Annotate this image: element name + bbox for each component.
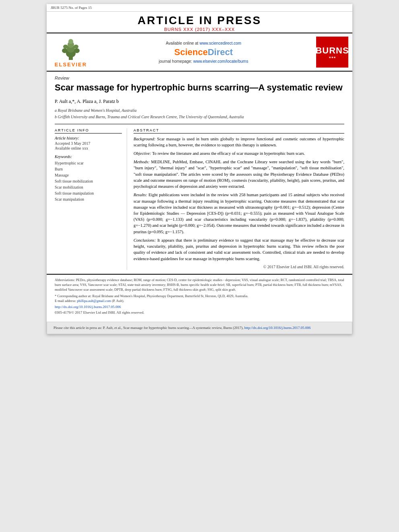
svg-point-8 [74,45,78,49]
results-label: Results: [134,193,147,197]
email-suffix: (P. Ault). [112,299,124,303]
corresponding-author: * Corresponding author at: Royal Brisban… [55,294,344,299]
objective-text: To review the literature and assess the … [152,151,305,156]
background-label: Background: [134,137,155,141]
header-section: ELSEVIER Available online at www.science… [47,33,352,72]
header-middle: Available online at www.sciencedirect.co… [95,37,312,68]
abbreviations: Abbreviations: PEDro, physiotherapy evid… [55,278,344,292]
email-label: E-mail address: [55,299,76,303]
keywords-list: Hypertrophic scar Burn Massage Soft tiss… [55,160,122,202]
section-divider [55,124,344,124]
journal-ref-banner: BURNS XXX (2017) XXX–XXX [47,27,352,32]
article-title: Scar massage for hypertrophic burns scar… [55,82,344,94]
two-col: ARTICLE INFO Article history: Accepted 3… [55,128,344,270]
cite-text: Please cite this article in press as: P.… [53,326,243,330]
cite-doi-link[interactable]: http://dx.doi.org/10.1016/j.burns.2017.0… [245,326,311,330]
main-content: Review Scar massage for hypertrophic bur… [47,72,352,274]
sciencedirect-science: Science [174,47,208,57]
objective-label: Objective: [134,151,151,156]
abstract-results: Results: Eight publications were include… [134,192,344,235]
history-label: Article history: [55,136,122,140]
methods-label: Methods: [134,160,150,164]
abstract-col: ABSTRACT Background: Scar massage is use… [134,128,344,270]
keyword-1: Burn [55,166,122,172]
review-label: Review [55,76,344,80]
keyword-4: Scar mobilization [55,184,122,190]
burns-logo-box: BURNS ■ ■ ■ [316,37,348,68]
abstract-methods: Methods: MEDLINE, PubMed, Embase, CINAHL… [134,159,344,189]
conclusions-text: It appears that there is preliminary evi… [134,238,344,261]
email-link[interactable]: phillipa.ault@gmail.com [77,299,111,303]
journal-homepage-link[interactable]: www.elsevier.com/locate/burns [193,59,248,64]
results-text: Eight publications were included in the … [134,193,344,234]
footer-rights: 0305-4179/© 2017 Elsevier Ltd and ISBI. … [55,310,344,315]
background-text: Scar massage is used in burn units globa… [134,137,344,147]
svg-point-7 [63,45,68,49]
elsevier-logo: ELSEVIER [51,37,91,68]
article-in-press-banner: ARTICLE IN PRESS BURNS XXX (2017) XXX–XX… [47,12,352,33]
doi-link[interactable]: http://dx.doi.org/10.1016/j.burns.2017.0… [55,305,121,309]
available-online-val: Available online xxx [55,146,122,150]
burns-logo-text: BURNS [315,45,349,56]
keywords-label: Keywords: [55,154,122,159]
elsevier-tree-icon [57,37,85,61]
article-info-header: ARTICLE INFO [55,128,122,134]
bottom-cite-bar: Please cite this article in press as: P.… [47,322,352,335]
keyword-3: Soft tissue mobilization [55,178,122,184]
abstract-background: Background: Scar massage is used in burn… [134,136,344,148]
conclusions-label: Conclusions: [134,238,156,242]
sciencedirect-logo: ScienceDirect [174,47,233,58]
journal-ref-left: JBUR 5275 No. of Pages 15 [51,6,92,10]
svg-point-6 [74,48,80,53]
affiliation-a: a Royal Brisbane and Women's Hospital, A… [55,108,344,113]
copyright-line: © 2017 Elsevier Ltd and ISBI. All rights… [134,264,344,270]
journal-homepage: journal homepage: www.elsevier.com/locat… [159,59,248,64]
abstract-section: Background: Scar massage is used in burn… [134,136,344,270]
footer-section: Abbreviations: PEDro, physiotherapy evid… [47,274,352,318]
aip-title: ARTICLE IN PRESS [47,14,352,27]
abstract-objective: Objective: To review the literature and … [134,150,344,156]
svg-point-4 [68,39,73,44]
keyword-6: Scar manipulation [55,196,122,202]
svg-point-5 [62,48,68,53]
sciencedirect-direct: Direct [208,47,232,57]
available-online-link[interactable]: www.sciencedirect.com [200,41,241,45]
corresponding-label: * Corresponding author at: [55,294,91,298]
keyword-0: Hypertrophic scar [55,160,122,166]
authors-text: P. Ault a,*, A. Plaza a, J. Paratz b [55,99,119,104]
email-line: E-mail address: phillipa.ault@gmail.com … [55,299,344,304]
keyword-2: Massage [55,172,122,178]
available-online: Available online at www.sciencedirect.co… [166,41,241,45]
corresponding-text: Royal Brisbane and Women's Hospital, Phy… [92,294,248,298]
top-bar: JBUR 5275 No. of Pages 15 [47,4,352,12]
abstract-conclusions: Conclusions: It appears that there is pr… [134,237,344,262]
methods-text: MEDLINE, PubMed, Embase, CINAHL and the … [134,160,344,189]
article-info-col: ARTICLE INFO Article history: Accepted 3… [55,128,127,270]
abstract-header: ABSTRACT [134,128,344,134]
accepted-date: Accepted 3 May 2017 [55,141,122,146]
burns-logo-sub: ■ ■ ■ [329,56,335,59]
authors: P. Ault a,*, A. Plaza a, J. Paratz b [55,99,344,105]
affiliation-b: b Griffith University and Burns, Trauma … [55,114,344,120]
footer-doi: http://dx.doi.org/10.1016/j.burns.2017.0… [55,304,344,310]
elsevier-label: ELSEVIER [55,62,87,68]
page: JBUR 5275 No. of Pages 15 ARTICLE IN PRE… [47,4,352,334]
keyword-5: Soft tissue manipulation [55,190,122,196]
